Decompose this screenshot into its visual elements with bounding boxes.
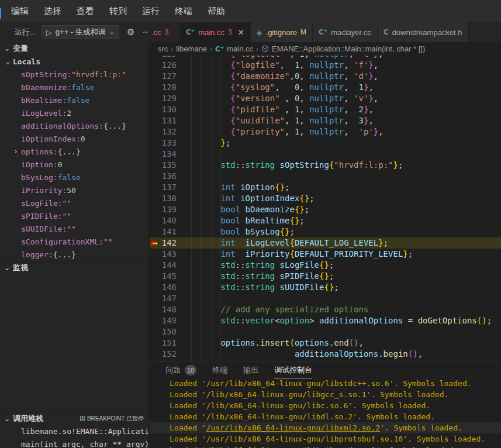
variable-sPIDFile[interactable]: sPIDFile: ""	[0, 209, 148, 222]
menu-item-查看[interactable]: 查看	[69, 4, 102, 19]
breakpoint-margin[interactable]	[150, 193, 161, 204]
breakpoint-margin[interactable]	[150, 104, 161, 115]
tab-.cc[interactable]: .cc3	[149, 22, 180, 42]
variable-bSysLog[interactable]: bSysLog: false	[0, 171, 148, 184]
variable-bDaemonize[interactable]: bDaemonize: false	[0, 81, 148, 94]
code-line-133[interactable]: 133 };	[150, 137, 501, 149]
breakpoint-margin[interactable]	[150, 182, 161, 193]
code-line-146[interactable]: 146 std::string sUUIDFile{};	[150, 282, 501, 293]
code-line-140[interactable]: 140 bool bRealtime{};	[150, 215, 501, 226]
console-line[interactable]: Loaded '/lib/x86_64-linux-gnu/libgcc_s.s…	[150, 389, 501, 400]
callstack-section-header[interactable]: ⌄ 调用堆栈 因 BREAKPOINT 已暂停	[0, 412, 148, 425]
breakpoint-margin[interactable]	[150, 304, 161, 315]
breakpoint-margin[interactable]	[150, 149, 161, 160]
variable-bRealtime[interactable]: bRealtime: false	[0, 94, 148, 106]
breakpoint-margin[interactable]	[150, 115, 161, 126]
breakpoint-margin[interactable]	[150, 82, 161, 93]
code-line-132[interactable]: 132 {"priority", 1, nullptr, 'p'},	[150, 126, 501, 137]
menu-item-选择[interactable]: 选择	[36, 4, 69, 19]
variable-sLogFile[interactable]: sLogFile: ""	[0, 197, 148, 209]
console-line[interactable]: Loaded '/lib/x86_64-linux-gnu/libpthread…	[150, 444, 501, 448]
breakpoint-margin[interactable]	[150, 126, 161, 137]
code-line-143[interactable]: 143 int iPriority{DEFAULT_PRIORITY_LEVEL…	[150, 249, 501, 260]
library-path-link[interactable]: /usr/lib/x86_64-linux-gnu/libxml2.so.2	[206, 423, 380, 432]
breadcrumb[interactable]: src›libemane›C⁺main.cc›EMANE::Applicatio…	[150, 42, 501, 56]
console-line[interactable]: Loaded '/usr/lib/x86_64-linux-gnu/libpro…	[150, 433, 501, 444]
variables-section-header[interactable]: ⌄ 变量	[0, 42, 148, 55]
debug-console[interactable]: Loaded '/usr/lib/x86_64-linux-gnu/libstd…	[150, 378, 501, 448]
variable-additionalOptions[interactable]: additionalOptions: {...}	[0, 119, 148, 132]
variable-options[interactable]: ›options: {...}	[0, 145, 148, 158]
variable-iOption[interactable]: iOption: 0	[0, 158, 148, 171]
code-line-125[interactable]: 125 {"loglevel" , 1, nullptr, 'l'},	[150, 56, 501, 60]
breakpoint-margin[interactable]	[150, 71, 161, 82]
code-line-149[interactable]: 149 std::vector<option> additionalOption…	[150, 315, 501, 326]
watch-section-header[interactable]: ⌄ 监视	[0, 261, 148, 274]
close-icon[interactable]: ✕	[238, 28, 244, 37]
menu-item-终端[interactable]: 终端	[167, 4, 200, 19]
breakpoint-margin[interactable]	[150, 137, 161, 149]
code-line-136[interactable]: 136	[150, 171, 501, 182]
stack-frame[interactable]: main(int argc, char ** argv)e	[0, 437, 148, 448]
breakpoint-margin[interactable]	[150, 249, 161, 260]
code-line-148[interactable]: 148 // add any specialized options	[150, 304, 501, 315]
breakpoint-margin[interactable]	[150, 204, 161, 215]
stack-frame[interactable]: libemane.so!EMANE::Application::Ma	[0, 425, 148, 437]
breakpoint-margin[interactable]	[150, 171, 161, 182]
console-line[interactable]: Loaded '/usr/lib/x86_64-linux-gnu/libstd…	[150, 378, 501, 389]
variable-sConfigurationXML[interactable]: sConfigurationXML: ""	[0, 235, 148, 248]
panel-tab-输出[interactable]: 输出	[243, 362, 258, 378]
breadcrumb-item[interactable]: EMANE::Application::Main::main(int, char…	[272, 44, 425, 53]
code-line-138[interactable]: 138 int iOptionIndex{};	[150, 193, 501, 204]
tab-main.cc[interactable]: C⁺main.cc3✕	[180, 22, 251, 42]
code-line-145[interactable]: 145 std::string sPIDFile{};	[150, 271, 501, 282]
tab-.gitignore[interactable]: ◈.gitignoreM	[251, 22, 313, 42]
code-line-135[interactable]: 135 std::string sOptString{"hrvdf:l:p:"}…	[150, 160, 501, 171]
breakpoint-margin[interactable]	[150, 226, 161, 237]
menu-item-转到[interactable]: 转到	[102, 4, 134, 19]
breakpoint-margin[interactable]	[150, 215, 161, 226]
code-line-144[interactable]: 144 std::string sLogFile{};	[150, 260, 501, 271]
code-line-141[interactable]: 141 bool bSysLog{};	[150, 226, 501, 237]
code-line-139[interactable]: 139 bool bDaemonize{};	[150, 204, 501, 215]
breadcrumb-item[interactable]: src	[158, 44, 168, 53]
console-line[interactable]: Loaded '/lib/x86_64-linux-gnu/libdl.so.2…	[150, 411, 501, 422]
breakpoint-margin[interactable]	[150, 56, 161, 60]
play-icon[interactable]: ▷	[46, 28, 52, 37]
code-line-142[interactable]: →142 int iLogLevel{DEFAULT_LOG_LEVEL};	[150, 237, 501, 249]
code-line-152[interactable]: 152 additionalOptions.begin(),	[150, 349, 501, 360]
breakpoint-margin[interactable]	[150, 93, 161, 104]
code-line-150[interactable]: 150	[150, 326, 501, 337]
variable-sUUIDFile[interactable]: sUUIDFile: ""	[0, 222, 148, 235]
breakpoint-margin[interactable]	[150, 349, 161, 360]
variable-iPriority[interactable]: iPriority: 50	[0, 184, 148, 197]
scope-locals[interactable]: ⌄Locals	[0, 55, 148, 68]
breakpoint-margin[interactable]	[150, 271, 161, 282]
panel-tab-问题[interactable]: 问题10	[165, 362, 196, 378]
code-editor[interactable]: 125 {"loglevel" , 1, nullptr, 'l'},126 {…	[150, 56, 501, 361]
code-line-130[interactable]: 130 {"pidfile" , 1, nullptr, 2},	[150, 104, 501, 115]
gear-icon[interactable]: ⚙	[127, 27, 134, 37]
variable-iOptionIndex[interactable]: iOptionIndex: 0	[0, 132, 148, 145]
breakpoint-margin[interactable]	[150, 293, 161, 304]
tab-downstreampacket.h[interactable]: Cdownstreampacket.h	[378, 22, 469, 42]
code-line-127[interactable]: 127 {"daemonize",0, nullptr, 'd'},	[150, 71, 501, 82]
menu-item-运行[interactable]: 运行	[134, 4, 167, 19]
code-line-131[interactable]: 131 {"uuidfile", 1, nullptr, 3},	[150, 115, 501, 126]
breakpoint-margin[interactable]	[150, 315, 161, 326]
tab-maclayer.cc[interactable]: C⁺maclayer.cc	[313, 22, 378, 42]
breadcrumb-item[interactable]: libemane	[176, 44, 207, 53]
breadcrumb-item[interactable]: main.cc	[227, 44, 253, 53]
console-line[interactable]: Loaded '/lib/x86_64-linux-gnu/libc.so.6'…	[150, 400, 501, 411]
menu-item-帮助[interactable]: 帮助	[200, 4, 233, 19]
breakpoint-margin[interactable]	[150, 326, 161, 337]
breakpoint-margin[interactable]	[150, 260, 161, 271]
code-line-134[interactable]: 134	[150, 149, 501, 160]
code-line-129[interactable]: 129 {"version" , 0, nullptr, 'v'},	[150, 93, 501, 104]
panel-tab-调试控制台[interactable]: 调试控制台	[274, 362, 312, 378]
breakpoint-margin[interactable]: →	[150, 237, 161, 249]
variable-iLogLevel[interactable]: iLogLevel: 2	[0, 106, 148, 119]
breakpoint-margin[interactable]	[150, 282, 161, 293]
code-line-151[interactable]: 151 options.insert(options.end(),	[150, 337, 501, 349]
debug-launch-dropdown[interactable]: ▷ g++ - 生成和调 ⌄	[42, 25, 119, 39]
